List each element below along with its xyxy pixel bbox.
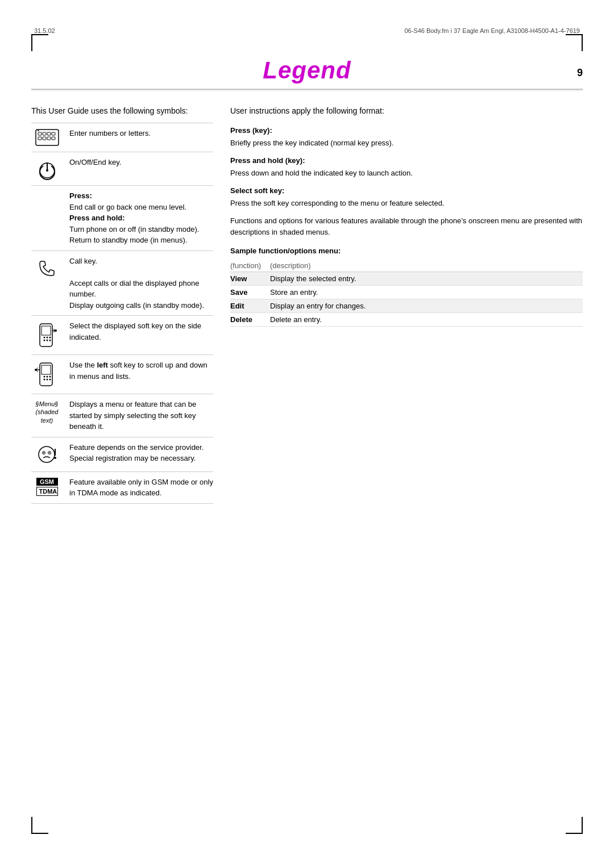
table-row: ViewDisplay the selected entry. <box>230 272 583 286</box>
menu-icon-cell: §Menu§(shadedtext) <box>31 399 63 424</box>
table-body: ViewDisplay the selected entry.SaveStore… <box>230 272 583 327</box>
left-column: This User Guide uses the following symbo… <box>31 105 213 504</box>
corner-mark-tl-h <box>31 34 48 35</box>
svg-point-30 <box>46 379 48 381</box>
softkey-desc: Select the displayed soft key on the sid… <box>69 320 213 343</box>
format-press-hold: Press and hold (key): Press down and hol… <box>230 155 583 178</box>
press-key-desc: Briefly press the key indicated (normal … <box>230 137 583 149</box>
svg-point-21 <box>49 340 51 341</box>
format-select-softkey: Select soft key: Press the soft key corr… <box>230 185 583 208</box>
svg-rect-25 <box>42 365 51 374</box>
gsm-badge: GSM <box>36 478 58 486</box>
symbol-row-power: On/Off/End key. <box>31 152 213 185</box>
call-icon-cell <box>31 256 63 279</box>
right-column: User instructions apply the following fo… <box>230 105 583 504</box>
back-icon-cell <box>31 190 63 203</box>
press-hold-desc: Press down and hold the indicated key to… <box>230 168 583 179</box>
symbol-row-back: Press: End call or go back one menu leve… <box>31 185 213 251</box>
svg-point-38 <box>49 452 50 453</box>
corner-mark-bl <box>31 817 32 834</box>
table-row: DeleteDelete an entry. <box>230 313 583 327</box>
svg-rect-4 <box>52 132 55 135</box>
call-icon <box>36 257 59 279</box>
scroll-icon-cell <box>31 360 63 389</box>
softkey-icon <box>33 322 61 350</box>
meta-right: 06-S46 Body.fm i 37 Eagle Am Engl, A3100… <box>404 27 580 34</box>
scroll-desc: Use the left soft key to scroll up and d… <box>69 360 213 382</box>
symbol-row-service: Feature depends on the service provider.… <box>31 437 213 471</box>
symbol-row-menu: §Menu§(shadedtext) Displays a menu or fe… <box>31 394 213 437</box>
table-row: SaveStore an entry. <box>230 286 583 299</box>
symbol-row-scroll: Use the left soft key to scroll up and d… <box>31 354 213 394</box>
svg-point-31 <box>49 379 51 381</box>
keyboard-icon <box>35 129 59 147</box>
function-description: Delete an entry. <box>270 313 583 327</box>
tdma-badge: TDMA <box>36 487 58 496</box>
meta-left: 31.5.02 <box>34 27 55 34</box>
svg-rect-15 <box>42 326 51 335</box>
table-row: EditDisplay an entry for changes. <box>230 299 583 313</box>
back-placeholder-icon <box>36 191 59 203</box>
keyboard-icon-cell <box>31 128 63 147</box>
svg-point-29 <box>43 379 45 381</box>
title-bar: Legend 9 <box>31 57 583 90</box>
page-container: 31.5.02 06-S46 Body.fm i 37 Eagle Am Eng… <box>0 0 614 868</box>
table-header: (function) (description) <box>230 260 583 272</box>
sample-title: Sample function/options menu: <box>230 247 583 255</box>
shaded-description: Functions and options for various featur… <box>230 215 583 237</box>
header-meta: 31.5.02 06-S46 Body.fm i 37 Eagle Am Eng… <box>34 27 580 34</box>
svg-rect-7 <box>47 137 51 140</box>
col-description: (description) <box>270 260 583 272</box>
gsm-tdma-badges: GSM TDMA <box>36 478 58 496</box>
softkey-icon-cell <box>31 320 63 350</box>
function-description: Store an entry. <box>270 286 583 299</box>
page-title: Legend <box>263 57 351 84</box>
svg-point-34 <box>39 446 55 462</box>
svg-rect-6 <box>43 137 46 140</box>
symbol-row-keyboard: Enter numbers or letters. <box>31 123 213 152</box>
svg-point-33 <box>35 369 37 371</box>
function-name: Save <box>230 286 270 299</box>
press-key-label: Press (key): <box>230 126 272 135</box>
symbol-row-gsm-tdma: GSM TDMA Feature available only in GSM m… <box>31 471 213 504</box>
power-icon-cell <box>31 157 63 181</box>
corner-mark-tr-h <box>566 34 583 35</box>
corner-mark-bl-h <box>31 833 48 834</box>
left-intro: This User Guide uses the following symbo… <box>31 105 213 117</box>
corner-mark-tl <box>31 34 32 51</box>
svg-rect-1 <box>38 132 42 135</box>
function-description: Display the selected entry. <box>270 272 583 286</box>
svg-rect-8 <box>52 137 55 140</box>
back-desc: Press: End call or go back one menu leve… <box>69 190 213 246</box>
function-name: View <box>230 272 270 286</box>
menu-symbol-text: §Menu§(shadedtext) <box>36 400 59 424</box>
corner-mark-br-h <box>566 833 583 834</box>
svg-point-27 <box>46 376 48 378</box>
page-number: 9 <box>577 67 583 79</box>
keyboard-desc: Enter numbers or letters. <box>69 128 213 139</box>
svg-point-28 <box>49 376 51 378</box>
menu-desc: Displays a menu or feature that can be s… <box>69 399 213 432</box>
svg-point-18 <box>49 337 51 339</box>
symbols-table: Enter numbers or letters. <box>31 123 213 504</box>
corner-mark-br <box>582 817 583 834</box>
gsm-tdma-icon-cell: GSM TDMA <box>31 477 63 496</box>
function-description: Display an entry for changes. <box>270 299 583 313</box>
scroll-icon <box>33 361 61 389</box>
main-content: This User Guide uses the following symbo… <box>31 105 583 504</box>
svg-point-19 <box>43 340 45 341</box>
select-softkey-desc: Press the soft key corresponding to the … <box>230 198 583 209</box>
svg-point-16 <box>43 337 45 339</box>
col-function: (function) <box>230 260 270 272</box>
power-icon <box>36 158 59 181</box>
svg-point-17 <box>46 337 48 339</box>
format-press-key: Press (key): Briefly press the key indic… <box>230 125 583 148</box>
title-section: Legend 9 <box>31 57 583 90</box>
service-desc: Feature depends on the service provider.… <box>69 442 213 464</box>
svg-rect-5 <box>38 137 42 140</box>
symbol-row-softkey: Select the displayed soft key on the sid… <box>31 315 213 354</box>
function-name: Delete <box>230 313 270 327</box>
svg-point-26 <box>43 376 45 378</box>
call-desc: Call key. Accept calls or dial the displ… <box>69 256 213 311</box>
symbol-row-call: Call key. Accept calls or dial the displ… <box>31 251 213 316</box>
